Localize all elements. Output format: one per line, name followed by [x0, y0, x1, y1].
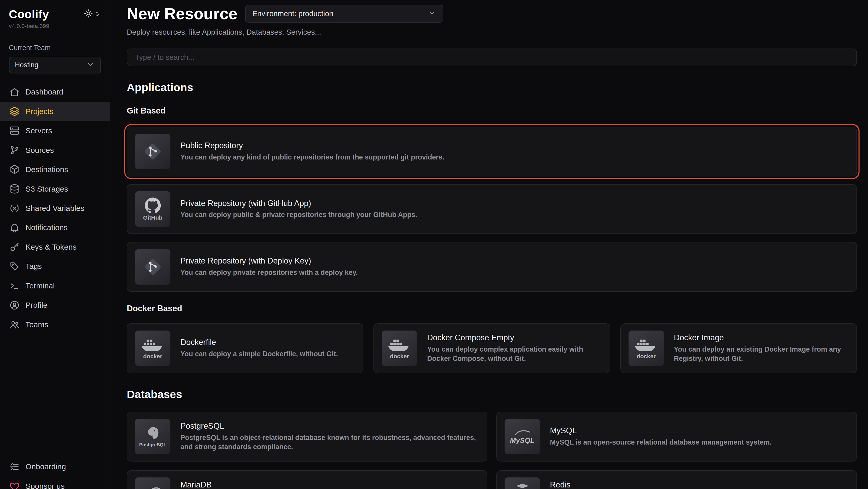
- search-input[interactable]: [127, 49, 857, 66]
- sidebar-item-destinations[interactable]: Destinations: [0, 160, 110, 179]
- card-text: Redis Redis is a source-available, in-me…: [550, 480, 849, 489]
- card-description: You can deploy complex application easil…: [427, 345, 602, 364]
- sidebar-item-onboarding[interactable]: Onboarding: [0, 457, 110, 476]
- github-icon: GitHub: [135, 191, 170, 227]
- resource-card-private-repository-deploy-key[interactable]: Private Repository (with Deploy Key) You…: [127, 242, 857, 292]
- card-text: Dockerfile You can deploy a simple Docke…: [180, 338, 338, 358]
- sidebar-item-label: Shared Variables: [25, 204, 84, 213]
- sidebar-item-label: Sponsor us: [25, 482, 65, 489]
- docker-logo-label: docker: [143, 354, 162, 359]
- sidebar-item-keys-tokens[interactable]: Keys & Tokens: [0, 237, 110, 257]
- brand-row: Coolify: [0, 8, 110, 21]
- resource-card-docker-image[interactable]: docker Docker Image You can deploy an ex…: [620, 323, 857, 373]
- git-icon: [135, 249, 170, 285]
- card-description: MySQL is an open-source relational datab…: [550, 438, 772, 447]
- docker-based-cards: docker Dockerfile You can deploy a simpl…: [127, 323, 857, 373]
- sidebar-item-label: Sources: [25, 146, 54, 154]
- subsection-title-git-based: Git Based: [127, 106, 857, 116]
- home-icon: [9, 87, 20, 97]
- card-title: MySQL: [550, 426, 772, 435]
- git-icon: [135, 134, 170, 169]
- card-text: MySQL MySQL is an open-source relational…: [550, 426, 772, 447]
- bell-icon: [9, 222, 20, 233]
- server-icon: [9, 125, 20, 136]
- page-subtitle: Deploy resources, like Applications, Dat…: [127, 28, 857, 36]
- card-title: Dockerfile: [180, 338, 338, 347]
- resource-card-mariadb[interactable]: MariaDB MariaDB MariaDB is a community-d…: [127, 470, 487, 489]
- sidebar-item-label: Teams: [25, 320, 48, 329]
- card-title: Private Repository (with Deploy Key): [180, 256, 358, 265]
- sidebar-item-sources[interactable]: Sources: [0, 141, 110, 160]
- card-description: PostgreSQL is an object-relational datab…: [180, 433, 479, 452]
- sidebar-item-label: Profile: [25, 301, 48, 310]
- sidebar: Coolify v4.0.0-beta.399 Current Team Hos…: [0, 0, 110, 489]
- redis-icon: redis: [504, 478, 540, 489]
- sidebar-item-servers[interactable]: Servers: [0, 121, 110, 140]
- resource-card-mysql[interactable]: MySQL MySQL MySQL is an open-source rela…: [496, 412, 857, 462]
- database-icon: [9, 183, 20, 194]
- resource-card-private-repository-github-app[interactable]: GitHub Private Repository (with GitHub A…: [127, 184, 857, 234]
- key-icon: [9, 241, 20, 253]
- sidebar-item-sponsor-us[interactable]: Sponsor us: [0, 477, 110, 489]
- card-title: Public Repository: [180, 141, 444, 150]
- terminal-icon: [9, 280, 20, 291]
- card-text: Public Repository You can deploy any kin…: [180, 141, 444, 162]
- card-description: You can deploy any kind of public reposi…: [180, 152, 444, 162]
- sidebar-item-notifications[interactable]: Notifications: [0, 218, 110, 237]
- card-text: Private Repository (with Deploy Key) You…: [180, 256, 358, 277]
- sidebar-item-dashboard[interactable]: Dashboard: [0, 82, 110, 102]
- card-text: Docker Compose Empty You can deploy comp…: [427, 333, 602, 363]
- heart-icon: [9, 481, 20, 489]
- section-title-databases: Databases: [127, 388, 857, 401]
- card-description: You can deploy an existing Docker Image …: [674, 345, 849, 364]
- users-icon: [9, 319, 20, 330]
- resource-card-postgresql[interactable]: PostgreSQL PostgreSQL PostgreSQL is an o…: [127, 412, 487, 462]
- mysql-icon: MySQL: [504, 419, 540, 454]
- environment-select[interactable]: Environment: production: [245, 5, 443, 23]
- environment-select-value: Environment: production: [252, 9, 333, 18]
- app-logo: Coolify: [9, 8, 49, 21]
- database-cards: PostgreSQL PostgreSQL PostgreSQL is an o…: [127, 412, 857, 489]
- variable-icon: [9, 203, 20, 214]
- postgresql-icon: PostgreSQL: [135, 419, 170, 454]
- card-text: Private Repository (with GitHub App) You…: [180, 199, 417, 220]
- sidebar-item-profile[interactable]: Profile: [0, 296, 110, 315]
- resource-card-redis[interactable]: redis Redis Redis is a source-available,…: [496, 470, 857, 489]
- resource-card-docker-compose-empty[interactable]: docker Docker Compose Empty You can depl…: [373, 323, 610, 373]
- sidebar-item-label: Onboarding: [25, 462, 66, 471]
- section-title-applications: Applications: [127, 81, 857, 94]
- subsection-title-docker-based: Docker Based: [127, 304, 857, 313]
- card-text: MariaDB MariaDB is a community-developed…: [180, 480, 479, 489]
- sidebar-item-terminal[interactable]: Terminal: [0, 276, 110, 295]
- sidebar-item-teams[interactable]: Teams: [0, 315, 110, 334]
- sidebar-footer: Onboarding Sponsor us Feedback Logout: [0, 457, 110, 489]
- sidebar-item-shared-variables[interactable]: Shared Variables: [0, 199, 110, 218]
- resource-card-dockerfile[interactable]: docker Dockerfile You can deploy a simpl…: [127, 323, 364, 373]
- team-select[interactable]: Hosting: [9, 57, 101, 74]
- theme-switcher[interactable]: [84, 9, 101, 20]
- docker-icon: docker: [628, 330, 664, 366]
- mysql-logo-label: MySQL: [510, 437, 535, 444]
- card-text: PostgreSQL PostgreSQL is an object-relat…: [180, 422, 479, 452]
- sidebar-item-label: Destinations: [25, 165, 68, 174]
- card-title: MariaDB: [180, 480, 479, 489]
- layers-icon: [9, 106, 20, 117]
- postgresql-logo-label: PostgreSQL: [139, 442, 166, 447]
- sidebar-item-label: Terminal: [25, 282, 55, 290]
- card-text: Docker Image You can deploy an existing …: [674, 333, 849, 363]
- card-description: You can deploy private repositories with…: [180, 268, 358, 277]
- team-select-value: Hosting: [15, 61, 38, 69]
- sidebar-item-s3-storages[interactable]: S3 Storages: [0, 179, 110, 199]
- sidebar-item-label: S3 Storages: [25, 185, 68, 193]
- sidebar-item-tags[interactable]: Tags: [0, 257, 110, 276]
- package-icon: [9, 164, 20, 175]
- sidebar-item-projects[interactable]: Projects: [0, 102, 110, 121]
- user-circle-icon: [9, 300, 20, 311]
- current-team-label: Current Team: [0, 44, 110, 52]
- page-header: New Resource Environment: production: [127, 4, 857, 23]
- docker-icon: docker: [135, 330, 170, 366]
- sidebar-item-label: Projects: [25, 107, 53, 116]
- sidebar-item-label: Keys & Tokens: [25, 243, 76, 252]
- resource-card-public-repository[interactable]: Public Repository You can deploy any kin…: [127, 126, 857, 176]
- sun-icon: [84, 9, 93, 20]
